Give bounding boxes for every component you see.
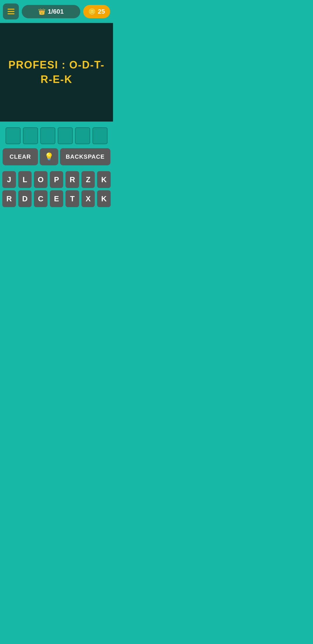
key-E[interactable]: E bbox=[50, 190, 63, 207]
key-L[interactable]: L bbox=[18, 171, 32, 188]
backspace-button[interactable]: BACKSPACE bbox=[60, 148, 110, 165]
answer-boxes bbox=[6, 127, 108, 144]
keyboard-row-1: J L O P R Z K bbox=[2, 171, 111, 188]
hint-button[interactable]: 💡 bbox=[40, 148, 58, 165]
key-K1[interactable]: K bbox=[97, 171, 111, 188]
key-T[interactable]: T bbox=[65, 190, 79, 207]
level-badge: 👑 1/601 bbox=[22, 5, 80, 18]
key-D[interactable]: D bbox=[18, 190, 32, 207]
coin-icon: 🪙 bbox=[88, 8, 96, 15]
key-R[interactable]: R bbox=[65, 171, 79, 188]
key-R2[interactable]: R bbox=[2, 190, 16, 207]
key-P[interactable]: P bbox=[50, 171, 63, 188]
answer-box-4 bbox=[58, 127, 73, 144]
key-Z[interactable]: Z bbox=[81, 171, 95, 188]
key-K2[interactable]: K bbox=[97, 190, 111, 207]
keyboard-section: J L O P R Z K R D C E T X K bbox=[0, 168, 113, 210]
answer-section: CLEAR 💡 BACKSPACE bbox=[0, 122, 113, 168]
keyboard-row-2: R D C E T X K bbox=[2, 190, 111, 207]
clue-text: PROFESI : O-D-T-R-E-K bbox=[6, 58, 107, 87]
header: 👑 1/601 🪙 25 bbox=[0, 0, 113, 23]
coins-text: 25 bbox=[98, 8, 105, 15]
action-row: CLEAR 💡 BACKSPACE bbox=[3, 148, 110, 165]
answer-box-3 bbox=[40, 127, 55, 144]
key-C[interactable]: C bbox=[34, 190, 48, 207]
answer-box-5 bbox=[75, 127, 90, 144]
answer-box-6 bbox=[92, 127, 108, 144]
clue-area: PROFESI : O-D-T-R-E-K bbox=[0, 23, 113, 122]
menu-button[interactable] bbox=[3, 3, 19, 19]
answer-box-2 bbox=[23, 127, 38, 144]
key-X[interactable]: X bbox=[81, 190, 95, 207]
clear-button[interactable]: CLEAR bbox=[3, 148, 38, 165]
key-O[interactable]: O bbox=[34, 171, 48, 188]
level-text: 1/601 bbox=[48, 8, 64, 15]
hint-icon: 💡 bbox=[44, 152, 54, 161]
menu-icon bbox=[8, 9, 14, 14]
coins-badge: 🪙 25 bbox=[83, 5, 110, 18]
key-J[interactable]: J bbox=[2, 171, 16, 188]
answer-box-1 bbox=[6, 127, 21, 144]
crown-icon: 👑 bbox=[38, 8, 46, 15]
